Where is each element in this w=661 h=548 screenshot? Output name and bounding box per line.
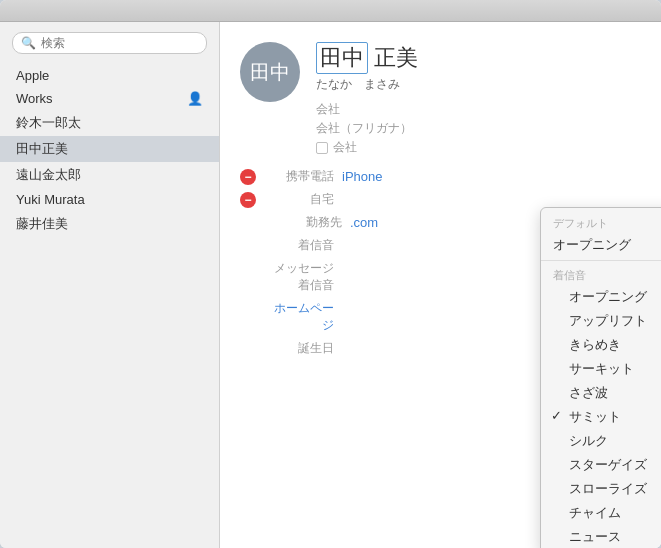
phone-label: 携帯電話 bbox=[264, 168, 334, 185]
work-value[interactable]: .com bbox=[350, 215, 378, 230]
main-panel: 田中 田中 正美 たなか まさみ 会社 会社（フリガナ） bbox=[220, 22, 661, 548]
contact-list-item[interactable]: 藤井佳美 bbox=[0, 211, 219, 237]
furigana-row: たなか まさみ bbox=[316, 76, 641, 93]
homepage-label: ホームページ bbox=[264, 300, 334, 334]
dropdown-item[interactable]: アップリフト bbox=[541, 309, 661, 333]
remove-phone-button[interactable]: − bbox=[240, 169, 256, 185]
content-area: 🔍 AppleWorks👤鈴木一郎太田中正美遠山金太郎Yuki Murata藤井… bbox=[0, 22, 661, 548]
dropdown-section-default: デフォルト bbox=[541, 212, 661, 233]
contact-header: 田中 田中 正美 たなか まさみ 会社 会社（フリガナ） bbox=[220, 22, 661, 168]
work-label: 勤務先 bbox=[272, 214, 342, 231]
contact-info: 田中 正美 たなか まさみ 会社 会社（フリガナ） 会社 bbox=[316, 42, 641, 158]
company-furigana-field-row: 会社（フリガナ） bbox=[316, 120, 641, 137]
dropdown-item[interactable]: きらめき bbox=[541, 333, 661, 357]
contact-name-label: Yuki Murata bbox=[16, 192, 85, 207]
phone-field-entry: − 携帯電話 iPhone bbox=[240, 168, 641, 185]
app-window: 🔍 AppleWorks👤鈴木一郎太田中正美遠山金太郎Yuki Murata藤井… bbox=[0, 0, 661, 548]
contact-name-label: Apple bbox=[16, 68, 49, 83]
dropdown-item[interactable]: スターゲイズ bbox=[541, 453, 661, 477]
contact-name-label: 田中正美 bbox=[16, 140, 68, 158]
contact-list-item[interactable]: 遠山金太郎 bbox=[0, 162, 219, 188]
first-name-field[interactable]: 正美 bbox=[374, 43, 418, 73]
contact-list-item[interactable]: Works👤 bbox=[0, 87, 219, 110]
remove-home-button[interactable]: − bbox=[240, 192, 256, 208]
person-icon: 👤 bbox=[187, 91, 203, 106]
contact-list-item[interactable]: Apple bbox=[0, 64, 219, 87]
dropdown-item[interactable]: サミット bbox=[541, 405, 661, 429]
phone-value[interactable]: iPhone bbox=[342, 169, 382, 184]
contact-list-item[interactable]: 鈴木一郎太 bbox=[0, 110, 219, 136]
birthday-label: 誕生日 bbox=[264, 340, 334, 357]
search-bar[interactable]: 🔍 bbox=[12, 32, 207, 54]
contact-list-item[interactable]: 田中正美 bbox=[0, 136, 219, 162]
dropdown-item[interactable]: チャイム bbox=[541, 501, 661, 525]
ringtone-label: 着信音 bbox=[264, 237, 334, 254]
last-name-field[interactable]: 田中 bbox=[316, 42, 368, 74]
dropdown-item[interactable]: スローライズ bbox=[541, 477, 661, 501]
search-icon: 🔍 bbox=[21, 36, 36, 50]
company-field-row: 会社 bbox=[316, 101, 641, 118]
contact-list: AppleWorks👤鈴木一郎太田中正美遠山金太郎Yuki Murata藤井佳美 bbox=[0, 64, 219, 548]
ringtone-dropdown[interactable]: デフォルト オープニング 着信音 オープニングアップリフトきらめきサーキットさざ… bbox=[540, 207, 661, 548]
avatar: 田中 bbox=[240, 42, 300, 102]
dropdown-section-ringtone: 着信音 bbox=[541, 264, 661, 285]
titlebar bbox=[0, 0, 661, 22]
contact-list-item[interactable]: Yuki Murata bbox=[0, 188, 219, 211]
contact-name-label: 藤井佳美 bbox=[16, 215, 68, 233]
dropdown-item[interactable]: シルク bbox=[541, 429, 661, 453]
dropdown-item[interactable]: さざ波 bbox=[541, 381, 661, 405]
company-checkbox-row: 会社 bbox=[316, 139, 641, 156]
search-input[interactable] bbox=[41, 36, 198, 50]
contact-name-label: 遠山金太郎 bbox=[16, 166, 81, 184]
dropdown-separator-1 bbox=[541, 260, 661, 261]
home-field-entry: − 自宅 bbox=[240, 191, 641, 208]
dropdown-item[interactable]: オープニング bbox=[541, 285, 661, 309]
dropdown-default-item[interactable]: オープニング bbox=[541, 233, 661, 257]
sidebar: 🔍 AppleWorks👤鈴木一郎太田中正美遠山金太郎Yuki Murata藤井… bbox=[0, 22, 220, 548]
contact-name-row: 田中 正美 bbox=[316, 42, 641, 74]
company-checkbox[interactable] bbox=[316, 142, 328, 154]
contact-name-label: Works bbox=[16, 91, 53, 106]
message-ringtone-label: メッセージ着信音 bbox=[264, 260, 334, 294]
dropdown-item[interactable]: ニュース bbox=[541, 525, 661, 548]
contact-name-label: 鈴木一郎太 bbox=[16, 114, 81, 132]
home-label: 自宅 bbox=[264, 191, 334, 208]
dropdown-item[interactable]: サーキット bbox=[541, 357, 661, 381]
